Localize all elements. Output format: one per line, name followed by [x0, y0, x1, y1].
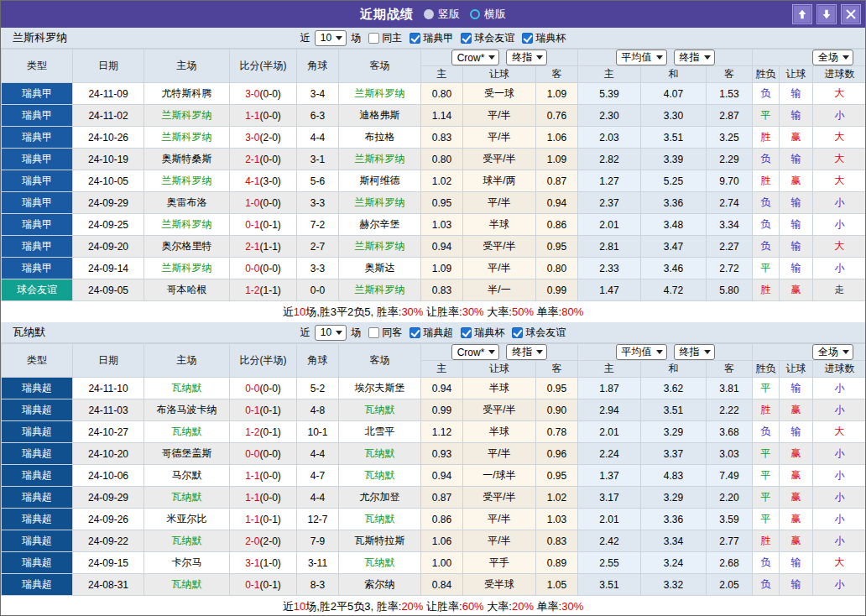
cell-away-team: 奥斯达 — [339, 258, 421, 279]
summary-part: 单率: — [534, 305, 561, 320]
col-header-date: 日期 — [73, 50, 144, 83]
table-row: 瑞典超24-08-31瓦纳默0-1(0-1)8-3索尔纳0.84受半球1.053… — [2, 574, 866, 596]
cell-handicap-result: 输 — [780, 214, 813, 236]
same-venue-label: 同客 — [382, 326, 402, 340]
cell-home-team: 瓦纳默 — [144, 530, 230, 552]
checkbox-icon — [461, 327, 472, 338]
cell-avg-away: 2.68 — [707, 552, 753, 574]
cell-odds-home: 0.86 — [421, 509, 463, 530]
cell-corners: 3-1 — [297, 149, 339, 170]
league-checkbox[interactable]: 瑞典甲 — [410, 31, 453, 45]
cell-date: 24-09-22 — [73, 530, 144, 552]
bookmaker-select[interactable]: Crow* — [451, 344, 500, 360]
cell-corners: 4-4 — [297, 127, 339, 149]
table-row: 瑞典甲24-09-29奥雷布洛1-0(0-0)3-3兰斯科罗纳0.95平/半0.… — [2, 192, 866, 214]
cell-score: 0-1(0-1) — [230, 574, 297, 596]
section-filterbar: 兰斯科罗纳 近 10 场 同主 瑞典甲 球会友谊 瑞典杯 — [1, 28, 865, 49]
table-row: 瑞典超24-09-22瓦纳默2-0(2-0)7-9瓦斯特拉斯1.06平/半0.8… — [2, 530, 866, 552]
radio-selected-icon — [470, 9, 480, 19]
table-row: 瑞典甲24-09-20奥尔格里特2-1(1-1)2-7兰斯科罗纳0.94受平/半… — [2, 236, 866, 258]
same-venue-checkbox[interactable]: 同主 — [368, 31, 402, 45]
final-odds-select-value: 终指 — [512, 50, 532, 65]
league-badge: 球会友谊 — [2, 279, 73, 301]
score-halftime: (2-0) — [260, 132, 281, 144]
cell-score: 1-2(0-1) — [230, 421, 297, 443]
cell-avg-home: 2.24 — [578, 443, 641, 465]
cell-handicap-result: 输 — [780, 149, 813, 170]
cell-odds-away: 1.09 — [536, 83, 578, 105]
cell-handicap-result: 输 — [780, 192, 813, 214]
same-venue-checkbox[interactable]: 同客 — [368, 326, 402, 340]
col-header-away: 客场 — [339, 50, 421, 83]
cell-corners: 3-4 — [297, 83, 339, 105]
cell-score: 0-0(0-0) — [230, 443, 297, 465]
cell-date: 24-11-03 — [73, 399, 144, 421]
move-up-button[interactable] — [792, 4, 812, 24]
table-row: 瑞典甲24-10-19奥斯特桑斯2-1(0-0)3-1兰斯科罗纳0.80受平/半… — [2, 149, 866, 170]
cell-avg-draw: 3.29 — [641, 487, 707, 509]
cell-avg-away: 3.59 — [707, 509, 753, 530]
layout-horizontal-radio[interactable]: 横版 — [470, 7, 506, 22]
score-fulltime: 2-1 — [245, 154, 259, 165]
cell-handicap-result: 赢 — [780, 443, 813, 465]
cell-avg-home: 2.81 — [578, 236, 641, 258]
close-button[interactable] — [841, 4, 861, 24]
cell-away-team: 赫尔辛堡 — [339, 214, 421, 236]
cell-avg-draw: 3.46 — [641, 258, 707, 279]
full-match-select[interactable]: 全场 — [812, 344, 853, 360]
section-summary: 近10场,胜2平5负3, 胜率:20% 让胜率:60% 大率:20% 单率:30… — [1, 596, 865, 616]
cell-home-team: 布洛马波卡纳 — [144, 399, 230, 421]
page-title: 近期战绩 — [360, 7, 414, 23]
radio-unselected-icon — [424, 9, 434, 19]
cell-odds-home: 1.03 — [421, 214, 463, 236]
cell-avg-away: 3.25 — [707, 127, 753, 149]
recent-count-select[interactable]: 10 — [315, 30, 347, 46]
cell-handicap-result: 赢 — [780, 170, 813, 192]
cell-avg-draw: 3.24 — [641, 552, 707, 574]
cell-odds-home: 0.80 — [421, 149, 463, 170]
cell-handicap-result: 输 — [780, 105, 813, 127]
league-badge: 瑞典甲 — [2, 170, 73, 192]
cell-result: 负 — [753, 192, 780, 214]
final-odds-select[interactable]: 终指 — [506, 50, 547, 65]
league-checkbox[interactable]: 球会友谊 — [461, 31, 514, 45]
titlebar: 近期战绩 竖版 横版 — [1, 1, 865, 28]
league-checkbox[interactable]: 瑞典杯 — [461, 326, 504, 340]
score-halftime: (0-0) — [260, 197, 281, 209]
average-select[interactable]: 平均值 — [616, 50, 667, 65]
cell-score: 0-0(0-0) — [230, 258, 297, 279]
recent-count-select[interactable]: 10 — [315, 325, 347, 341]
cell-corners: 8-3 — [297, 574, 339, 596]
table-row: 瑞典甲24-10-05兰斯科罗纳4-1(3-0)5-6斯柯维德1.02球半/两0… — [2, 170, 866, 192]
summary-part: 30% — [401, 305, 423, 318]
score-halftime: (0-1) — [260, 405, 281, 416]
bookmaker-select[interactable]: Crow* — [451, 50, 500, 65]
league-checkbox[interactable]: 瑞典杯 — [522, 31, 566, 45]
average-select[interactable]: 平均值 — [616, 344, 667, 360]
cell-result: 负 — [753, 149, 780, 170]
league-checkbox[interactable]: 瑞典超 — [410, 326, 453, 340]
move-down-button[interactable] — [816, 4, 837, 24]
cell-corners: 12-7 — [297, 509, 339, 530]
cell-date: 24-11-10 — [73, 378, 144, 399]
cell-score: 1-1(0-0) — [230, 465, 297, 487]
cell-date: 24-10-05 — [73, 170, 144, 192]
league-checkbox-label: 瑞典杯 — [474, 326, 504, 340]
layout-vertical-radio[interactable]: 竖版 — [424, 7, 460, 22]
col-header-score: 比分(半场) — [230, 50, 297, 83]
cell-odds-line: 平手 — [463, 552, 536, 574]
score-halftime: (0-0) — [260, 470, 281, 482]
full-match-select[interactable]: 全场 — [812, 50, 853, 65]
cell-odds-home: 1.06 — [421, 530, 463, 552]
final-odds-select[interactable]: 终指 — [506, 344, 547, 360]
table-row: 瑞典甲24-09-14兰斯科罗纳0-0(0-0)3-3奥斯达1.09平/半0.8… — [2, 258, 866, 279]
cell-odds-away: 0.96 — [536, 443, 578, 465]
score-fulltime: 3-0 — [245, 88, 259, 100]
final-odds-select[interactable]: 终指 — [674, 344, 715, 360]
cell-score: 0-0(0-0) — [230, 378, 297, 399]
cell-avg-home: 3.51 — [578, 574, 641, 596]
score-fulltime: 1-0 — [245, 197, 259, 209]
league-checkbox[interactable]: 球会友谊 — [512, 326, 566, 340]
cell-result: 负 — [753, 421, 780, 443]
final-odds-select[interactable]: 终指 — [674, 50, 715, 65]
